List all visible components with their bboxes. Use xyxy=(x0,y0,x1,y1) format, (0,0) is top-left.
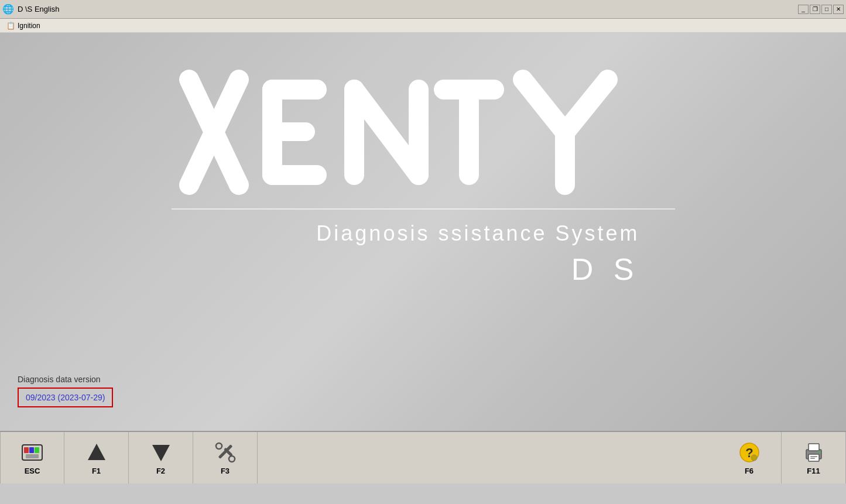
svg-rect-15 xyxy=(24,447,29,453)
svg-point-27 xyxy=(751,455,757,461)
f6-icon: ? xyxy=(738,441,761,464)
ignition-menu-label: Ignition xyxy=(18,22,40,30)
svg-rect-5 xyxy=(262,165,327,185)
svg-point-22 xyxy=(216,443,222,449)
f3-icon xyxy=(214,441,237,464)
title-bar-controls: _ ❐ □ ✕ xyxy=(798,5,844,14)
svg-rect-29 xyxy=(809,444,819,451)
svg-point-33 xyxy=(818,451,820,453)
version-label: Diagnosis data version xyxy=(18,375,113,384)
esc-icon xyxy=(20,441,44,464)
letter-t xyxy=(434,80,504,185)
logo-container: Diagnosis ssistance System D S xyxy=(0,33,846,287)
subtitle-main: Diagnosis ssistance System xyxy=(316,221,639,246)
f1-label: F1 xyxy=(92,467,101,475)
maximize-button[interactable]: □ xyxy=(821,5,832,14)
f11-label: F11 xyxy=(807,467,820,475)
toolbar-spacer xyxy=(258,432,717,484)
menu-bar: 📋 Ignition xyxy=(0,19,846,33)
minimize-button[interactable]: _ xyxy=(798,5,809,14)
svg-rect-18 xyxy=(26,454,39,458)
f6-label: F6 xyxy=(745,467,753,475)
toolbar: ESC F1 F2 F3 xyxy=(0,431,846,484)
logo-text xyxy=(172,68,675,197)
letter-y xyxy=(523,80,608,185)
f2-button[interactable]: F2 xyxy=(129,432,193,484)
f6-button[interactable]: ? F6 xyxy=(717,432,782,484)
version-section: Diagnosis data version 09/2023 (2023-07-… xyxy=(18,375,113,407)
restore-button[interactable]: ❐ xyxy=(810,5,820,14)
logo-divider xyxy=(172,208,675,210)
f2-label: F2 xyxy=(156,467,165,475)
letter-x xyxy=(189,80,239,185)
content-area: Diagnosis ssistance System D S Diagnosis… xyxy=(0,33,846,431)
svg-rect-31 xyxy=(810,456,817,457)
f2-icon xyxy=(149,441,173,464)
f3-label: F3 xyxy=(221,467,230,475)
f11-icon xyxy=(802,441,826,464)
svg-line-12 xyxy=(565,80,608,132)
version-box: 09/2023 (2023-07-29) xyxy=(18,388,113,407)
close-button[interactable]: ✕ xyxy=(833,5,844,14)
f1-button[interactable]: F1 xyxy=(64,432,129,484)
ignition-menu-icon: 📋 xyxy=(6,22,15,30)
svg-point-24 xyxy=(229,456,235,462)
subtitle-abbr: D S xyxy=(571,252,640,287)
window-title: D \S English xyxy=(18,5,60,13)
svg-marker-19 xyxy=(88,444,105,460)
f11-button[interactable]: F11 xyxy=(782,432,846,484)
globe-icon: 🌐 xyxy=(2,4,14,15)
esc-button[interactable]: ESC xyxy=(0,432,64,484)
svg-marker-20 xyxy=(152,445,170,461)
letter-n xyxy=(344,80,429,185)
title-bar-left: 🌐 D \S English xyxy=(2,4,60,15)
svg-rect-32 xyxy=(810,458,815,459)
ignition-menu[interactable]: 📋 Ignition xyxy=(1,20,46,32)
svg-rect-16 xyxy=(29,447,34,453)
svg-rect-10 xyxy=(459,80,479,185)
subtitle-container: Diagnosis ssistance System D S xyxy=(172,221,675,287)
svg-rect-3 xyxy=(262,80,327,100)
title-bar: 🌐 D \S English _ ❐ □ ✕ xyxy=(0,0,846,19)
svg-rect-4 xyxy=(262,122,315,141)
f3-button[interactable]: F3 xyxy=(193,432,258,484)
version-value: 09/2023 (2023-07-29) xyxy=(26,393,105,402)
esc-label: ESC xyxy=(25,467,40,475)
svg-rect-17 xyxy=(35,447,39,453)
logo-svg xyxy=(172,68,675,197)
letter-e xyxy=(262,80,327,185)
f1-icon xyxy=(85,441,108,464)
